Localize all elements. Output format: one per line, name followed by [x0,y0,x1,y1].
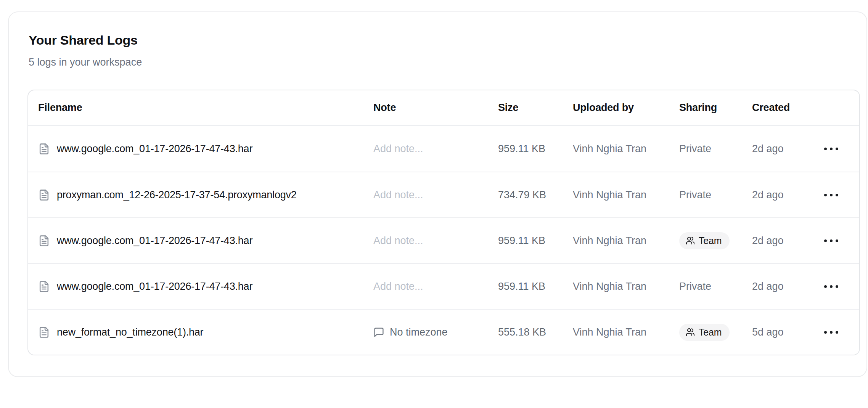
created-cell: 2d ago [742,281,803,292]
sharing-cell: Team [669,324,742,341]
size-cell: 959.11 KB [488,235,563,247]
sharing-badge-label: Team [699,235,722,246]
users-icon [686,328,695,337]
add-note-button[interactable]: Add note... [373,235,423,246]
shared-logs-card: Your Shared Logs 5 logs in your workspac… [8,11,867,377]
uploaded-by-cell: Vinh Nghia Tran [563,235,669,247]
row-actions-button[interactable] [820,326,842,339]
table-row[interactable]: www.google.com_01-17-2026-17-47-43.har A… [28,126,859,172]
table-row[interactable]: proxyman.com_12-26-2025-17-37-54.proxyma… [28,172,859,217]
filename-text: proxyman.com_12-26-2025-17-37-54.proxyma… [57,189,297,201]
note-cell[interactable]: Add note... [363,235,488,247]
table-header-row: Filename Note Size Uploaded by Sharing C… [28,90,859,126]
ellipsis-icon [824,148,827,150]
ellipsis-icon [824,285,827,288]
sharing-cell: Private [669,189,742,201]
file-text-icon [38,189,50,201]
note-cell[interactable]: No timezone [363,326,488,338]
sharing-private-label: Private [679,143,711,154]
uploaded-by-cell: Vinh Nghia Tran [563,326,669,338]
add-note-button[interactable]: Add note... [373,281,423,292]
ellipsis-icon [824,194,827,196]
file-text-icon [38,235,50,247]
ellipsis-icon [824,331,827,334]
logs-count-subtitle: 5 logs in your workspace [29,56,866,69]
created-cell: 2d ago [742,235,803,247]
filename-cell: www.google.com_01-17-2026-17-47-43.har [28,143,363,155]
filename-text: www.google.com_01-17-2026-17-47-43.har [57,281,252,292]
size-cell: 555.18 KB [488,326,563,338]
ellipsis-icon [824,239,827,242]
filename-cell: www.google.com_01-17-2026-17-47-43.har [28,235,363,247]
note-cell[interactable]: Add note... [363,189,488,201]
filename-cell: www.google.com_01-17-2026-17-47-43.har [28,281,363,292]
note-text: No timezone [390,326,448,338]
sharing-cell: Team [669,232,742,249]
file-text-icon [38,326,50,338]
filename-cell: proxyman.com_12-26-2025-17-37-54.proxyma… [28,189,363,201]
sharing-badge-label: Team [699,327,722,338]
created-cell: 5d ago [742,326,803,338]
column-header-size: Size [488,102,563,114]
created-cell: 2d ago [742,143,803,155]
uploaded-by-cell: Vinh Nghia Tran [563,281,669,292]
row-actions-button[interactable] [820,280,842,293]
note-cell[interactable]: Add note... [363,281,488,292]
filename-text: www.google.com_01-17-2026-17-47-43.har [57,143,252,155]
sharing-private-label: Private [679,281,711,292]
uploaded-by-cell: Vinh Nghia Tran [563,143,669,155]
size-cell: 959.11 KB [488,143,563,155]
team-badge: Team [679,232,730,249]
note-cell[interactable]: Add note... [363,143,488,155]
page-title: Your Shared Logs [29,32,866,48]
sharing-cell: Private [669,143,742,155]
uploaded-by-cell: Vinh Nghia Tran [563,189,669,201]
filename-cell: new_format_no_timezone(1).har [28,326,363,338]
row-actions-button[interactable] [820,188,842,202]
comment-icon [373,327,384,338]
table-row[interactable]: new_format_no_timezone(1).har No timezon… [28,309,859,355]
table-row[interactable]: www.google.com_01-17-2026-17-47-43.har A… [28,263,859,309]
column-header-uploaded-by: Uploaded by [563,102,669,114]
column-header-filename: Filename [28,102,363,114]
created-cell: 2d ago [742,189,803,201]
column-header-note: Note [363,102,488,114]
file-text-icon [38,143,50,155]
logs-table: Filename Note Size Uploaded by Sharing C… [27,90,860,355]
sharing-private-label: Private [679,189,711,201]
row-actions-button[interactable] [820,234,842,247]
filename-text: new_format_no_timezone(1).har [57,326,203,338]
note-content[interactable]: No timezone [373,326,488,338]
row-actions-button[interactable] [820,142,842,156]
sharing-cell: Private [669,281,742,292]
file-text-icon [38,281,50,292]
column-header-sharing: Sharing [669,102,742,114]
add-note-button[interactable]: Add note... [373,189,423,201]
team-badge: Team [679,324,730,341]
filename-text: www.google.com_01-17-2026-17-47-43.har [57,235,252,247]
size-cell: 734.79 KB [488,189,563,201]
users-icon [686,236,695,245]
size-cell: 959.11 KB [488,281,563,292]
column-header-created: Created [742,102,803,114]
table-body: www.google.com_01-17-2026-17-47-43.har A… [28,126,859,355]
add-note-button[interactable]: Add note... [373,143,423,154]
table-row[interactable]: www.google.com_01-17-2026-17-47-43.har A… [28,217,859,263]
